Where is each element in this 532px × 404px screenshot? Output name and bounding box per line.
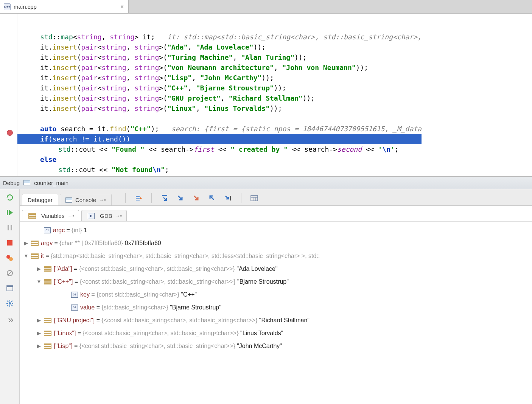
pin-icon[interactable]: →▪	[115, 213, 122, 219]
code-line: else	[17, 154, 422, 165]
variables-icon	[28, 213, 36, 219]
settings-icon[interactable]	[5, 299, 14, 308]
object-icon	[31, 241, 39, 246]
tab-console[interactable]: Console →▪	[60, 194, 112, 205]
svg-line-7	[8, 271, 12, 275]
editor-tabbar: C++ main.cpp ×	[0, 0, 532, 14]
debug-config-name: counter_main	[34, 180, 68, 186]
tab-variables[interactable]: Variables →▪	[22, 210, 79, 221]
svg-line-16	[11, 305, 12, 306]
primitive-icon: 01	[71, 305, 78, 311]
var-row-key[interactable]: 01 key = {const std::basic_string<char>}…	[20, 288, 532, 301]
primitive-icon: 01	[71, 292, 78, 298]
resume-icon[interactable]	[5, 208, 14, 217]
svg-point-5	[9, 257, 13, 261]
object-icon	[31, 253, 39, 259]
tab-gdb-label: GDB	[100, 213, 112, 219]
object-icon	[44, 266, 51, 272]
force-step-into-icon[interactable]	[192, 194, 201, 203]
pin-icon[interactable]: →▪	[67, 213, 74, 219]
run-to-cursor-icon[interactable]	[224, 194, 233, 203]
tab-debugger-label: Debugger	[28, 197, 53, 203]
var-row-entry[interactable]: ["C++"] = {<const std::basic_string<char…	[20, 275, 532, 288]
tab-gdb[interactable]: ▶ GDB →▪	[81, 210, 127, 221]
separator	[151, 193, 152, 203]
close-icon[interactable]: ×	[120, 3, 124, 10]
svg-rect-2	[11, 225, 12, 230]
tree-arrow-icon[interactable]	[36, 314, 42, 327]
step-out-icon[interactable]	[208, 194, 217, 203]
var-row-it[interactable]: it = {std::map<std::basic_string<char>, …	[20, 250, 532, 263]
var-row-value[interactable]: 01 value = {std::basic_string<char>} "Bj…	[20, 301, 532, 314]
console-icon	[65, 197, 72, 203]
show-execution-point-icon[interactable]	[134, 194, 143, 203]
debug-panel: » Debugger Console →▪	[0, 189, 532, 404]
separator	[241, 193, 241, 203]
code-editor[interactable]: std::map<string, string> it; it: std::ma…	[0, 14, 532, 176]
code-line-current: if(search != it.end())	[17, 134, 422, 144]
tree-arrow-icon[interactable]	[23, 250, 30, 263]
more-icon[interactable]: »	[8, 314, 13, 326]
breakpoint-icon[interactable]	[7, 130, 13, 136]
tab-filename: main.cpp	[14, 3, 117, 10]
primitive-icon: 01	[44, 227, 51, 233]
svg-rect-0	[7, 210, 8, 215]
stop-icon[interactable]	[5, 238, 14, 247]
gdb-icon: ▶	[88, 213, 95, 219]
tab-debugger[interactable]: Debugger	[22, 194, 58, 205]
tree-arrow-icon[interactable]	[36, 340, 42, 353]
code-line: it.insert(pair<string, string>("Linux", …	[17, 103, 422, 113]
editor-tab-main-cpp[interactable]: C++ main.cpp ×	[0, 0, 129, 13]
object-icon	[44, 331, 51, 336]
svg-rect-21	[251, 196, 258, 201]
debug-run-header: Debug counter_main	[0, 176, 532, 189]
code-line: std::cout << "Not found\n";	[17, 165, 422, 175]
svg-rect-1	[8, 225, 9, 230]
svg-line-15	[7, 301, 8, 302]
debug-side-toolbar: »	[0, 189, 20, 404]
debug-label: Debug	[3, 180, 20, 186]
svg-rect-9	[7, 286, 13, 287]
cpp-file-icon: C++	[4, 3, 11, 10]
var-row.entEntry[interactable]: ["Linux"] = {<const std::basic_string<ch…	[20, 327, 532, 340]
mute-breakpoints-icon[interactable]	[5, 269, 14, 278]
code-line	[17, 113, 422, 124]
pause-icon[interactable]	[5, 223, 14, 232]
svg-line-18	[11, 301, 12, 302]
var-row-entry[interactable]: ["Ada"] = {<const std::basic_string<char…	[20, 263, 532, 275]
var-row-argc[interactable]: 01 argc = {int} 1	[20, 224, 532, 237]
object-icon	[44, 279, 51, 284]
editor-gutter[interactable]	[0, 14, 17, 176]
variables-tree[interactable]: 01 argc = {int} 1 argv = {char ** | 0x7f…	[20, 222, 532, 353]
code-area[interactable]: std::map<string, string> it; it: std::ma…	[17, 14, 422, 176]
rerun-icon[interactable]	[5, 193, 14, 202]
debug-subtabs: Variables →▪ ▶ GDB →▪	[20, 206, 532, 222]
tree-arrow-icon[interactable]	[36, 327, 42, 340]
svg-line-17	[7, 305, 8, 306]
layout-icon[interactable]	[5, 284, 14, 293]
tab-variables-label: Variables	[41, 213, 64, 219]
var-row-argv[interactable]: argv = {char ** | 0x7fff5fbffa60} 0x7fff…	[20, 237, 532, 250]
debug-body: Debugger Console →▪	[20, 189, 532, 404]
object-icon	[44, 318, 51, 323]
run-config-icon	[23, 180, 30, 185]
tree-arrow-icon[interactable]	[23, 237, 30, 250]
debug-inner-tabs: Debugger Console →▪	[20, 189, 532, 206]
code-line: it.insert(pair<string, string>("Ada", "A…	[17, 42, 422, 52]
evaluate-expression-icon[interactable]	[250, 194, 259, 203]
svg-rect-3	[7, 240, 12, 246]
var-row-entry[interactable]: ["Lisp"] = {<const std::basic_string<cha…	[20, 340, 532, 353]
tab-console-label: Console	[75, 197, 96, 203]
pin-icon[interactable]: →▪	[99, 197, 106, 203]
step-over-icon[interactable]	[160, 194, 169, 203]
step-into-icon[interactable]	[176, 194, 185, 203]
code-line: it.insert(pair<string, string>("Turing M…	[17, 52, 422, 62]
code-line: std::cout << "Found " << search->first <…	[17, 144, 422, 154]
code-line: it.insert(pair<string, string>("von Neum…	[17, 62, 422, 73]
code-line: std::map<string, string> it; it: std::ma…	[17, 32, 422, 42]
view-breakpoints-icon[interactable]	[5, 253, 14, 263]
var-row-entry[interactable]: ["GNU project"] = {<const std::basic_str…	[20, 314, 532, 327]
tree-arrow-icon[interactable]	[36, 263, 42, 275]
tree-arrow-icon[interactable]	[36, 275, 42, 288]
separator	[125, 193, 126, 203]
